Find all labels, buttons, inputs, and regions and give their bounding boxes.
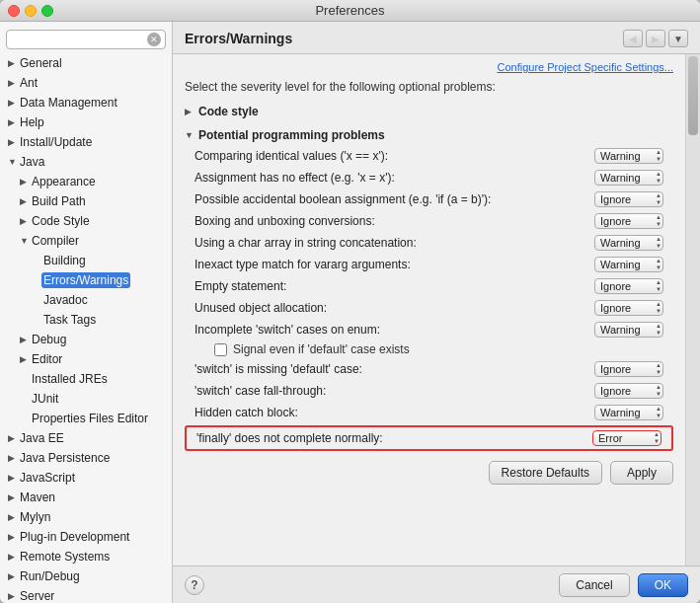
configure-project-link[interactable]: Configure Project Specific Settings...: [497, 61, 673, 73]
select-char-array-concat[interactable]: Ignore Warning Error: [594, 235, 663, 251]
sidebar-item-java-persistence[interactable]: Java Persistence: [0, 448, 172, 468]
footer: ? Cancel OK: [173, 565, 700, 603]
select-switch-enum[interactable]: Ignore Warning Error: [594, 322, 663, 338]
select-comparing-identical[interactable]: Ignore Warning Error: [594, 148, 663, 164]
label-switch-enum: Incomplete 'switch' cases on enum:: [194, 323, 594, 337]
label-boolean-assignment: Possible accidental boolean assignment (…: [194, 192, 594, 206]
expand-arrow-js: [8, 473, 18, 483]
section-heading: Errors/Warnings: [185, 31, 292, 46]
expand-arrow-debug: [20, 335, 30, 344]
scrollbar-track[interactable]: [685, 54, 700, 565]
row-boxing-unboxing: Boxing and unboxing conversions: Ignore …: [185, 210, 673, 232]
label-char-array-concat: Using a char array in string concatenati…: [194, 236, 594, 250]
select-boxing-unboxing[interactable]: Ignore Warning Error: [594, 213, 663, 229]
select-switch-fallthrough[interactable]: Ignore Warning Error: [594, 383, 663, 399]
select-wrap-boolean: Ignore Warning Error ▲ ▼: [594, 191, 663, 207]
potential-problems-arrow-icon: ▼: [185, 130, 194, 140]
close-button[interactable]: [8, 5, 20, 17]
sidebar-item-install-update[interactable]: Install/Update: [0, 132, 172, 152]
nav-forward-button[interactable]: ▶: [646, 30, 665, 47]
sidebar-search-bar[interactable]: ✕: [6, 30, 166, 49]
expand-arrow-help: [8, 117, 18, 127]
select-empty-statement[interactable]: Ignore Warning Error: [594, 278, 663, 294]
select-wrap-assignment: Ignore Warning Error ▲ ▼: [594, 170, 663, 186]
label-comparing-identical: Comparing identical values ('x == x'):: [194, 149, 594, 163]
checkbox-signal-default[interactable]: [214, 343, 227, 356]
select-unused-object[interactable]: Ignore Warning Error: [594, 300, 663, 316]
sidebar-item-task-tags[interactable]: Task Tags: [0, 310, 172, 330]
expand-arrow-install: [8, 137, 18, 147]
sidebar-item-installed-jres[interactable]: Installed JREs: [0, 369, 172, 389]
select-wrap-hidden-catch: Ignore Warning Error ▲ ▼: [594, 405, 663, 420]
expand-arrow-server: [8, 591, 18, 601]
row-empty-statement: Empty statement: Ignore Warning Error ▲ …: [185, 275, 673, 297]
maximize-button[interactable]: [41, 5, 53, 17]
potential-problems-section-header[interactable]: ▼ Potential programming problems: [185, 125, 673, 145]
search-clear-button[interactable]: ✕: [147, 33, 161, 46]
label-vararg-match: Inexact type match for vararg arguments:: [194, 258, 594, 271]
sidebar-item-javadoc[interactable]: Javadoc: [0, 290, 172, 310]
preferences-window: Preferences ✕ General Ant Data Managemen…: [0, 0, 700, 603]
select-wrap-boxing: Ignore Warning Error ▲ ▼: [594, 213, 663, 229]
sidebar-item-server[interactable]: Server: [0, 586, 172, 603]
apply-button[interactable]: Apply: [610, 461, 673, 485]
sidebar-item-junit[interactable]: JUnit: [0, 389, 172, 409]
expand-arrow-appearance: [20, 177, 30, 187]
code-style-arrow-icon: ▶: [185, 107, 194, 116]
row-unused-object: Unused object allocation: Ignore Warning…: [185, 297, 673, 319]
cancel-button[interactable]: Cancel: [559, 573, 629, 597]
sidebar-item-props-files[interactable]: Properties Files Editor: [0, 409, 172, 428]
select-vararg-match[interactable]: Ignore Warning Error: [594, 257, 663, 272]
sidebar-item-editor[interactable]: Editor: [0, 349, 172, 369]
scrollbar-thumb[interactable]: [688, 56, 698, 135]
description-text: Select the severity level for the follow…: [185, 80, 673, 94]
main-content: ✕ General Ant Data Management Help Insta…: [0, 22, 700, 603]
help-button[interactable]: ?: [185, 575, 204, 595]
select-hidden-catch[interactable]: Ignore Warning Error: [594, 405, 663, 420]
sidebar-item-data-management[interactable]: Data Management: [0, 93, 172, 113]
content-scroll-area: Configure Project Specific Settings... S…: [173, 54, 685, 565]
restore-defaults-button[interactable]: Restore Defaults: [489, 461, 602, 485]
select-wrap-fallthrough: Ignore Warning Error ▲ ▼: [594, 383, 663, 399]
sidebar-item-plugin-dev[interactable]: Plug-in Development: [0, 527, 172, 547]
sidebar-item-code-style[interactable]: Code Style: [0, 211, 172, 231]
select-assignment-no-effect[interactable]: Ignore Warning Error: [594, 170, 663, 186]
code-style-section-header[interactable]: ▶ Code style: [185, 102, 673, 121]
sidebar-item-errors-warnings[interactable]: Errors/Warnings: [0, 270, 172, 290]
sidebar-item-debug[interactable]: Debug: [0, 330, 172, 349]
sidebar-item-java[interactable]: Java: [0, 152, 172, 172]
expand-arrow-editor: [20, 354, 30, 364]
select-wrap-switch-enum: Ignore Warning Error ▲ ▼: [594, 322, 663, 338]
minimize-button[interactable]: [25, 5, 37, 17]
sidebar-item-remote-systems[interactable]: Remote Systems: [0, 547, 172, 566]
nav-back-button[interactable]: ◀: [623, 30, 643, 47]
ok-button[interactable]: OK: [638, 573, 688, 597]
sidebar-item-building[interactable]: Building: [0, 251, 172, 270]
sidebar-item-java-ee[interactable]: Java EE: [0, 428, 172, 448]
footer-left: ?: [185, 575, 559, 595]
search-input[interactable]: [11, 34, 147, 45]
nav-menu-button[interactable]: ▼: [668, 30, 688, 47]
label-hidden-catch: Hidden catch block:: [194, 406, 594, 419]
sidebar-item-build-path[interactable]: Build Path: [0, 191, 172, 211]
select-boolean-assignment[interactable]: Ignore Warning Error: [594, 191, 663, 207]
sidebar-item-ant[interactable]: Ant: [0, 73, 172, 93]
sidebar-item-compiler[interactable]: Compiler: [0, 231, 172, 251]
sidebar-item-javascript[interactable]: JavaScript: [0, 468, 172, 488]
select-switch-default-missing[interactable]: Ignore Warning Error: [594, 361, 663, 377]
label-empty-statement: Empty statement:: [194, 279, 594, 293]
row-switch-fallthrough: 'switch' case fall-through: Ignore Warni…: [185, 380, 673, 402]
expand-arrow-java-ee: [8, 433, 18, 443]
sidebar-item-run-debug[interactable]: Run/Debug: [0, 566, 172, 586]
sidebar-item-help[interactable]: Help: [0, 113, 172, 132]
sidebar-item-mylyn[interactable]: Mylyn: [0, 507, 172, 527]
label-unused-object: Unused object allocation:: [194, 301, 594, 315]
expand-arrow-compiler: [20, 236, 30, 246]
select-finally-complete[interactable]: Ignore Warning Error: [592, 430, 661, 446]
expand-arrow-ant: [8, 78, 18, 88]
row-finally-complete: 'finally' does not complete normally: Ig…: [185, 425, 673, 451]
sidebar-item-maven[interactable]: Maven: [0, 488, 172, 507]
sidebar-item-general[interactable]: General: [0, 53, 172, 73]
select-wrap-vararg: Ignore Warning Error ▲ ▼: [594, 257, 663, 272]
sidebar-item-appearance[interactable]: Appearance: [0, 172, 172, 191]
